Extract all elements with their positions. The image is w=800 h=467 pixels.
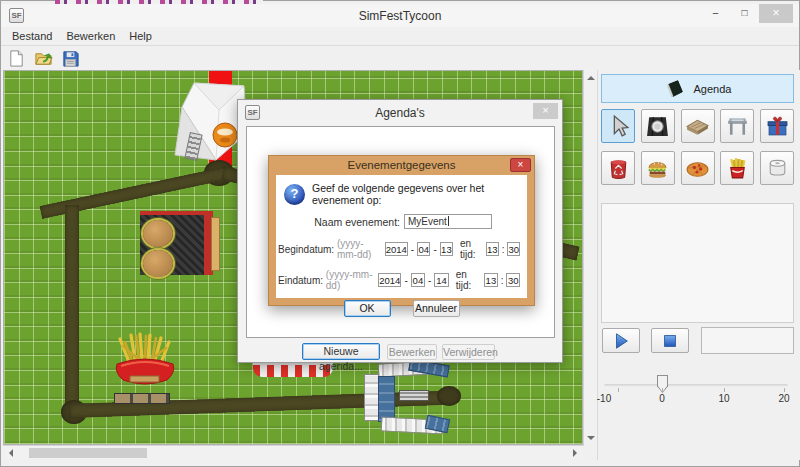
end-hour-input[interactable]: 13 bbox=[484, 273, 498, 287]
window-title: SimFestTycoon bbox=[1, 9, 799, 23]
tool-toilet-roll[interactable] bbox=[760, 151, 794, 185]
end-day-input[interactable]: 14 bbox=[434, 273, 448, 287]
event-name-label: Naam evenement: bbox=[314, 216, 400, 228]
prompt-text: Geef de volgende gegevens over het evene… bbox=[312, 182, 525, 206]
scrollbar-thumb[interactable] bbox=[29, 448, 147, 458]
begin-year-input[interactable]: 2014 bbox=[385, 242, 408, 256]
left-arrow-icon bbox=[5, 449, 13, 457]
save-floppy-icon bbox=[61, 49, 80, 68]
dialog-title: Evenementgegevens bbox=[269, 159, 534, 171]
time-label: en tijd: bbox=[460, 238, 482, 260]
scroll-right-button[interactable] bbox=[568, 446, 582, 460]
menu-help[interactable]: Help bbox=[122, 29, 159, 43]
time-separator: : bbox=[502, 244, 505, 255]
open-file-button[interactable] bbox=[33, 49, 53, 69]
event-name-input[interactable]: MyEvent bbox=[404, 214, 492, 229]
horizontal-scrollbar[interactable] bbox=[3, 445, 583, 459]
begin-hour-input[interactable]: 13 bbox=[486, 242, 499, 256]
text-caret bbox=[448, 216, 449, 226]
new-file-button[interactable] bbox=[6, 49, 26, 69]
scroll-up-button[interactable] bbox=[584, 71, 598, 85]
slider-label: 20 bbox=[769, 393, 799, 404]
save-button[interactable] bbox=[60, 49, 80, 69]
tool-gift[interactable] bbox=[760, 109, 794, 143]
menu-bestand[interactable]: Bestand bbox=[5, 29, 59, 43]
tool-stage-platform[interactable] bbox=[681, 109, 715, 143]
end-minute-input[interactable]: 30 bbox=[506, 273, 520, 287]
end-month-input[interactable]: 04 bbox=[411, 273, 425, 287]
trash-can-icon bbox=[606, 156, 631, 181]
stage-platform-icon bbox=[685, 114, 710, 139]
app-window: SF SimFestTycoon − □ × Bestand Bewerken … bbox=[0, 0, 800, 467]
burger-stand[interactable] bbox=[140, 211, 224, 277]
spotlight-icon bbox=[645, 114, 670, 139]
bench[interactable] bbox=[114, 393, 170, 404]
end-date-label: Eindatum: bbox=[278, 275, 323, 286]
close-button[interactable]: × bbox=[759, 4, 793, 23]
time-separator: : bbox=[501, 275, 504, 286]
cursor-icon bbox=[606, 114, 631, 139]
dialog-buttons: OK Annuleer bbox=[278, 300, 525, 317]
maximize-button[interactable]: □ bbox=[730, 4, 759, 23]
stop-icon bbox=[661, 332, 679, 350]
speed-display[interactable] bbox=[701, 327, 794, 354]
down-arrow-icon bbox=[587, 436, 595, 444]
burger bbox=[143, 250, 173, 277]
gate-icon bbox=[725, 114, 750, 139]
vertical-scrollbar[interactable] bbox=[583, 70, 597, 446]
new-file-icon bbox=[7, 49, 26, 68]
dialog-titlebar[interactable]: Evenementgegevens × bbox=[269, 156, 534, 175]
dirt-path[interactable] bbox=[65, 205, 79, 415]
begin-minute-input[interactable]: 30 bbox=[507, 242, 520, 256]
tool-row bbox=[601, 151, 794, 185]
dialog-close-button[interactable]: × bbox=[510, 158, 531, 172]
slider-tick bbox=[662, 388, 663, 392]
fries-stand[interactable] bbox=[109, 332, 181, 390]
scroll-left-button[interactable] bbox=[4, 446, 18, 460]
tool-trash-can[interactable] bbox=[601, 151, 635, 185]
toolbar bbox=[1, 47, 799, 70]
bench bbox=[399, 390, 429, 401]
scroll-down-button[interactable] bbox=[584, 431, 598, 445]
barrel-stage[interactable] bbox=[364, 361, 450, 437]
ok-button[interactable]: OK bbox=[344, 300, 391, 317]
slider-label: 10 bbox=[709, 393, 739, 404]
burger-icon bbox=[645, 156, 670, 181]
date-separator: - bbox=[428, 275, 431, 286]
begin-month-input[interactable]: 04 bbox=[417, 242, 430, 256]
pizza-icon bbox=[685, 156, 710, 181]
right-arrow-icon bbox=[573, 449, 581, 457]
cancel-button[interactable]: Annuleer bbox=[413, 300, 460, 317]
open-folder-icon bbox=[34, 49, 53, 68]
stop-button[interactable] bbox=[651, 328, 689, 353]
begin-day-input[interactable]: 13 bbox=[440, 242, 453, 256]
date-separator: - bbox=[411, 244, 414, 255]
dialog-close-button[interactable]: × bbox=[533, 103, 558, 119]
menu-bewerken[interactable]: Bewerken bbox=[59, 29, 122, 43]
event-data-dialog: Evenementgegevens × ? Geef de volgende g… bbox=[268, 155, 535, 306]
speed-slider-track[interactable] bbox=[604, 384, 788, 387]
menu-bar: Bestand Bewerken Help bbox=[1, 27, 799, 46]
slider-tick bbox=[784, 388, 785, 392]
new-agenda-button[interactable]: Nieuwe agenda... bbox=[302, 343, 380, 360]
play-button[interactable] bbox=[602, 328, 640, 353]
tool-pizza-stand[interactable] bbox=[681, 151, 715, 185]
delete-agenda-button: Verwijderen bbox=[442, 344, 495, 360]
end-year-input[interactable]: 2014 bbox=[378, 273, 401, 287]
tool-fries-stand[interactable] bbox=[720, 151, 754, 185]
prompt-row: ? Geef de volgende gegevens over het eve… bbox=[284, 182, 525, 206]
dialog-titlebar[interactable]: SF Agenda's × bbox=[238, 100, 562, 125]
barrel-column bbox=[364, 374, 379, 421]
tool-row bbox=[601, 109, 794, 143]
minimize-button[interactable]: − bbox=[701, 4, 730, 23]
date-separator: - bbox=[433, 244, 436, 255]
stage-panel bbox=[378, 376, 395, 422]
tool-gate[interactable] bbox=[720, 109, 754, 143]
agenda-button[interactable]: Agenda bbox=[601, 74, 794, 103]
tool-spotlight[interactable] bbox=[641, 109, 675, 143]
tool-burger-stand[interactable] bbox=[641, 151, 675, 185]
tool-select-cursor[interactable] bbox=[601, 109, 635, 143]
window-titlebar[interactable]: SF SimFestTycoon − □ × bbox=[1, 4, 799, 27]
edit-agenda-button: Bewerken bbox=[387, 344, 437, 360]
begin-date-label: Begindatum: bbox=[278, 244, 334, 255]
